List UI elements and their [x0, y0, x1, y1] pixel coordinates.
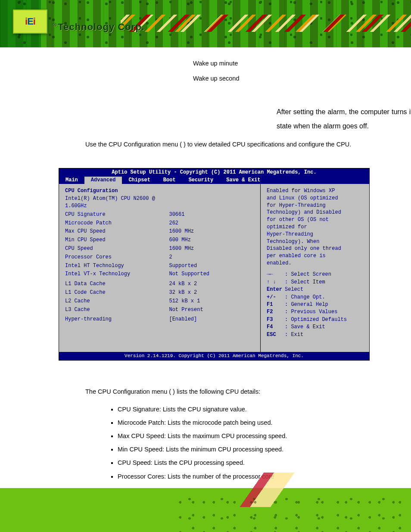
cpu-detail-item: Max CPU Speed: Lists the maximum CPU pro…	[118, 429, 372, 443]
bios-field-row[interactable]: Intel(R) Atom(TM) CPU N2600 @ 1.60GHz	[65, 195, 254, 211]
bios-key-row: ↑ ↓: Select Item	[267, 279, 363, 286]
bios-field-key: Intel HT Technology	[65, 261, 169, 270]
bios-key-label: : Optimized Defaults	[285, 317, 347, 323]
bios-field-key: L1 Code Cache	[65, 289, 169, 297]
bios-key-label: : Change Opt.	[285, 294, 325, 300]
bios-help-line: for other OS (OS not	[267, 216, 363, 224]
bios-field-row[interactable]: Max CPU Speed1600 MHz	[65, 227, 254, 236]
footer-pcb-texture	[177, 493, 411, 532]
bios-field-row[interactable]: Microcode Patch262	[65, 219, 254, 227]
bios-field-value: 262	[169, 219, 254, 227]
bios-help-line: Technology). When	[267, 238, 363, 246]
bios-field-key: Processor Cores	[65, 253, 169, 261]
bios-key-symbol: Enter	[267, 286, 285, 293]
bios-help-line: and Linux (OS optimized	[267, 195, 363, 202]
bios-field-key: CPU Signature	[65, 210, 169, 219]
bios-field-value: Not Present	[169, 305, 254, 314]
logo-letter-e: E	[27, 16, 33, 27]
bios-key-label: : Save & Exit	[285, 324, 325, 330]
wake-minute-line: Wake up minute	[193, 56, 377, 71]
bios-tab-saveexit[interactable]: Save & Exit	[220, 177, 267, 184]
wake-second-line: Wake up second	[193, 71, 377, 86]
bios-field-key: L1 Data Cache	[65, 280, 169, 289]
registered-icon: ®	[53, 22, 57, 28]
bios-key-row: →←: Select Screen	[267, 271, 363, 278]
bios-tab-main[interactable]: Main	[59, 177, 84, 184]
bios-titlebar: Aptio Setup Utility - Copyright (C) 2011…	[59, 168, 369, 177]
header-chevron-art	[121, 15, 411, 32]
bios-key-symbol: ESC	[267, 331, 285, 339]
bios-key-symbol: ↑ ↓	[267, 279, 285, 286]
bios-key-row: +/-: Change Opt.	[267, 294, 363, 301]
bios-fields-table: Intel(R) Atom(TM) CPU N2600 @ 1.60GHzCPU…	[65, 195, 254, 324]
bios-field-row[interactable]: Hyper-threading[Enabled]	[65, 315, 254, 324]
bios-screenshot: Aptio Setup Utility - Copyright (C) 2011…	[59, 168, 370, 361]
bios-key-label: : Select Screen	[285, 271, 331, 277]
bios-help-line: Enabled for Windows XP	[267, 187, 363, 195]
bios-footer: Version 2.14.1219. Copyright (C) 2011 Am…	[59, 352, 369, 360]
wake-list: Wake up minute Wake up second	[193, 56, 377, 86]
bios-field-key: Hyper-threading	[65, 315, 169, 324]
bios-field-row[interactable]: L1 Code Cache32 kB x 2	[65, 289, 254, 297]
cpu-detail-item: CPU Signature: Lists the CPU signature v…	[118, 403, 372, 416]
bios-field-key: L2 Cache	[65, 297, 169, 305]
bios-menubar[interactable]: Main Advanced Chipset Boot Security Save…	[59, 177, 369, 184]
cpu-detail-item: CPU Speed: Lists the CPU processing spee…	[118, 456, 372, 470]
bios-help-line: for Hyper-Threading	[267, 202, 363, 209]
after-alarm-paragraph: After setting the alarm, the computer tu…	[277, 105, 411, 134]
bios-field-value: 24 kB x 2	[169, 280, 254, 289]
bios-help-line: Disabled only one thread	[267, 245, 363, 252]
bios-tab-security[interactable]: Security	[182, 177, 220, 184]
bios-field-value: [Enabled]	[169, 315, 254, 324]
bios-help-line: Hyper-Threading	[267, 231, 363, 238]
bios-key-symbol: F4	[267, 324, 285, 331]
bios-field-row[interactable]: Intel HT TechnologySupported	[65, 261, 254, 270]
page-body: Wake up minute Wake up second	[85, 56, 377, 86]
bios-key-label: : Select Item	[285, 279, 325, 285]
bios-tab-advanced[interactable]: Advanced	[84, 177, 122, 184]
header-banner: i E i ®Technology Corp.	[0, 0, 411, 47]
bios-help-line: per enabled core is	[267, 252, 363, 260]
bios-field-value: 30661	[169, 210, 254, 219]
bios-key-label: : General Help	[285, 302, 328, 308]
bios-field-key: Min CPU Speed	[65, 236, 169, 245]
bios-field-value: 2	[169, 253, 254, 261]
bios-field-row[interactable]: Intel VT-x TechnologyNot Supported	[65, 270, 254, 279]
bios-nav-keys: →←: Select Screen↑ ↓: Select ItemEnterSe…	[267, 271, 363, 339]
cpu-detail-item: Microcode Patch: Lists the microcode pat…	[118, 416, 372, 429]
bios-field-row[interactable]: CPU Signature30661	[65, 210, 254, 219]
bios-field-value: 32 kB x 2	[169, 289, 254, 297]
bios-key-row: F1: General Help	[267, 301, 363, 308]
bios-section-heading: CPU Configuration	[65, 187, 254, 195]
cpu-detail-item: Min CPU Speed: Lists the minimum CPU pro…	[118, 443, 372, 456]
bios-field-key: L3 Cache	[65, 305, 169, 314]
logo-letter-i2: i	[33, 16, 35, 27]
bios-help-line: optimized for	[267, 224, 363, 231]
brand-logo: i E i	[13, 9, 47, 34]
bios-field-key: Intel VT-x Technology	[65, 270, 169, 279]
bios-field-row[interactable]: L3 CacheNot Present	[65, 305, 254, 314]
bios-field-value: 1600 MHz	[169, 245, 254, 253]
bios-field-key: Microcode Patch	[65, 219, 169, 227]
cpu-details-list: CPU Signature: Lists the CPU signature v…	[85, 403, 372, 483]
bios-tab-boot[interactable]: Boot	[157, 177, 182, 184]
bios-tab-chipset[interactable]: Chipset	[122, 177, 156, 184]
bios-field-value: 512 kB x 1	[169, 297, 254, 305]
bios-right-pane: Enabled for Windows XPand Linux (OS opti…	[261, 184, 369, 352]
bios-help-text: Enabled for Windows XPand Linux (OS opti…	[267, 187, 363, 271]
bios-key-row: F2: Previous Values	[267, 308, 363, 316]
bios-field-row[interactable]: CPU Speed1600 MHz	[65, 245, 254, 253]
bios-field-row[interactable]: L2 Cache512 kB x 1	[65, 297, 254, 305]
bios-field-row[interactable]: Min CPU Speed600 MHz	[65, 236, 254, 245]
bios-key-label: Select	[285, 286, 303, 292]
footer-banner	[0, 488, 411, 532]
bios-field-row[interactable]: L1 Data Cache24 kB x 2	[65, 280, 254, 289]
bios-left-pane[interactable]: CPU Configuration Intel(R) Atom(TM) CPU …	[59, 184, 261, 352]
details-section: The CPU Configuration menu ( ) lists the…	[85, 386, 372, 483]
bios-field-row[interactable]: Processor Cores2	[65, 253, 254, 261]
bios-field-value: 600 MHz	[169, 236, 254, 245]
bios-field-value: 1600 MHz	[169, 227, 254, 236]
bios-key-symbol: →←	[267, 271, 285, 278]
bios-key-row: EnterSelect	[267, 286, 363, 293]
bios-field-value	[169, 195, 254, 211]
